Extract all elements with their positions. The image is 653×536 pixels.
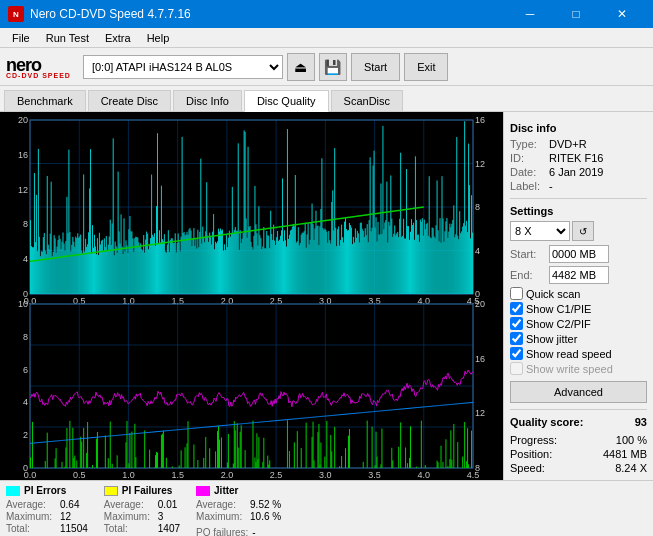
show-c2-checkbox[interactable] bbox=[510, 317, 523, 330]
stats-bar: PI Errors Average: 0.64 Maximum: 12 Tota… bbox=[0, 480, 653, 536]
minimize-button[interactable]: ─ bbox=[507, 0, 553, 28]
show-jitter-label: Show jitter bbox=[526, 333, 577, 345]
app-icon: N bbox=[8, 6, 24, 22]
speed-label: Speed: bbox=[510, 462, 545, 474]
pi-errors-legend: PI Errors bbox=[6, 485, 88, 496]
window-controls: ─ □ ✕ bbox=[507, 0, 645, 28]
label-label: Label: bbox=[510, 180, 545, 192]
quality-row: Quality score: 93 bbox=[510, 416, 647, 428]
show-read-row: Show read speed bbox=[510, 347, 647, 360]
advanced-button[interactable]: Advanced bbox=[510, 381, 647, 403]
start-button[interactable]: Start bbox=[351, 53, 400, 81]
jitter-avg: Average: 9.52 % bbox=[196, 499, 281, 510]
pi-errors-total-value: 11504 bbox=[60, 523, 88, 534]
exit-button[interactable]: Exit bbox=[404, 53, 448, 81]
position-label: Position: bbox=[510, 448, 552, 460]
pi-failures-avg: Average: 0.01 bbox=[104, 499, 180, 510]
progress-row: Progress: 100 % bbox=[510, 434, 647, 446]
pi-failures-total-label: Total: bbox=[104, 523, 154, 534]
disc-id-row: ID: RITEK F16 bbox=[510, 152, 647, 164]
show-c1-row: Show C1/PIE bbox=[510, 302, 647, 315]
progress-section: Progress: 100 % Position: 4481 MB Speed:… bbox=[510, 434, 647, 474]
chart-container bbox=[0, 112, 503, 480]
tab-disc-quality[interactable]: Disc Quality bbox=[244, 90, 329, 112]
settings-title: Settings bbox=[510, 205, 647, 217]
show-c2-label: Show C2/PIF bbox=[526, 318, 591, 330]
pi-errors-avg-value: 0.64 bbox=[60, 499, 79, 510]
nero-logo-sub: CD-DVD SPEED bbox=[6, 72, 71, 79]
show-c1-label: Show C1/PIE bbox=[526, 303, 591, 315]
date-label: Date: bbox=[510, 166, 545, 178]
start-input[interactable] bbox=[549, 245, 609, 263]
show-c2-row: Show C2/PIF bbox=[510, 317, 647, 330]
jitter-group: Jitter Average: 9.52 % Maximum: 10.6 % P… bbox=[196, 485, 281, 536]
id-label: ID: bbox=[510, 152, 545, 164]
window-title: Nero CD-DVD Speed 4.7.7.16 bbox=[30, 7, 507, 21]
quick-scan-row: Quick scan bbox=[510, 287, 647, 300]
save-icon-button[interactable]: 💾 bbox=[319, 53, 347, 81]
tab-disc-info[interactable]: Disc Info bbox=[173, 90, 242, 111]
type-label: Type: bbox=[510, 138, 545, 150]
po-failures-value: - bbox=[252, 527, 255, 536]
show-read-checkbox[interactable] bbox=[510, 347, 523, 360]
pi-failures-legend: PI Failures bbox=[104, 485, 180, 496]
pi-failures-max-label: Maximum: bbox=[104, 511, 154, 522]
nero-logo: nero CD-DVD SPEED bbox=[6, 55, 71, 79]
speed-row: 8 X ↺ bbox=[510, 221, 647, 241]
speed-value: 8.24 X bbox=[615, 462, 647, 474]
pi-failures-color bbox=[104, 486, 118, 496]
position-value: 4481 MB bbox=[603, 448, 647, 460]
show-read-label: Show read speed bbox=[526, 348, 612, 360]
menu-file[interactable]: File bbox=[4, 30, 38, 46]
show-write-checkbox[interactable] bbox=[510, 362, 523, 375]
label-value: - bbox=[549, 180, 553, 192]
end-range-row: End: bbox=[510, 266, 647, 284]
quick-scan-checkbox[interactable] bbox=[510, 287, 523, 300]
menu-help[interactable]: Help bbox=[139, 30, 178, 46]
pi-failures-total: Total: 1407 bbox=[104, 523, 180, 534]
pi-errors-max-value: 12 bbox=[60, 511, 71, 522]
show-c1-checkbox[interactable] bbox=[510, 302, 523, 315]
end-label: End: bbox=[510, 269, 545, 281]
pi-failures-group: PI Failures Average: 0.01 Maximum: 3 Tot… bbox=[104, 485, 180, 536]
eject-icon-button[interactable]: ⏏ bbox=[287, 53, 315, 81]
maximize-button[interactable]: □ bbox=[553, 0, 599, 28]
pi-errors-avg-label: Average: bbox=[6, 499, 56, 510]
speed-select[interactable]: 8 X bbox=[510, 221, 570, 241]
close-button[interactable]: ✕ bbox=[599, 0, 645, 28]
progress-value: 100 % bbox=[616, 434, 647, 446]
main-content: Disc info Type: DVD+R ID: RITEK F16 Date… bbox=[0, 112, 653, 480]
quality-score-value: 93 bbox=[635, 416, 647, 428]
pi-failures-max-value: 3 bbox=[158, 511, 164, 522]
speed-row-display: Speed: 8.24 X bbox=[510, 462, 647, 474]
tab-scan-disc[interactable]: ScanDisc bbox=[331, 90, 403, 111]
menu-extra[interactable]: Extra bbox=[97, 30, 139, 46]
pi-errors-total: Total: 11504 bbox=[6, 523, 88, 534]
menu-bar: File Run Test Extra Help bbox=[0, 28, 653, 48]
show-jitter-checkbox[interactable] bbox=[510, 332, 523, 345]
pi-errors-avg: Average: 0.64 bbox=[6, 499, 88, 510]
type-value: DVD+R bbox=[549, 138, 587, 150]
jitter-legend: Jitter bbox=[196, 485, 281, 496]
quick-scan-label: Quick scan bbox=[526, 288, 580, 300]
jitter-max-value: 10.6 % bbox=[250, 511, 281, 522]
jitter-color bbox=[196, 486, 210, 496]
show-jitter-row: Show jitter bbox=[510, 332, 647, 345]
jitter-label: Jitter bbox=[214, 485, 238, 496]
disc-date-row: Date: 6 Jan 2019 bbox=[510, 166, 647, 178]
menu-run-test[interactable]: Run Test bbox=[38, 30, 97, 46]
refresh-icon-button[interactable]: ↺ bbox=[572, 221, 594, 241]
tab-benchmark[interactable]: Benchmark bbox=[4, 90, 86, 111]
tab-create-disc[interactable]: Create Disc bbox=[88, 90, 171, 111]
quality-score-label: Quality score: bbox=[510, 416, 583, 428]
pi-errors-max: Maximum: 12 bbox=[6, 511, 88, 522]
toolbar: nero CD-DVD SPEED [0:0] ATAPI iHAS124 B … bbox=[0, 48, 653, 86]
drive-select[interactable]: [0:0] ATAPI iHAS124 B AL0S bbox=[83, 55, 283, 79]
disc-info-title: Disc info bbox=[510, 122, 647, 134]
pi-failures-label: PI Failures bbox=[122, 485, 173, 496]
id-value: RITEK F16 bbox=[549, 152, 603, 164]
pi-errors-max-label: Maximum: bbox=[6, 511, 56, 522]
jitter-max-label: Maximum: bbox=[196, 511, 246, 522]
end-input[interactable] bbox=[549, 266, 609, 284]
pi-errors-label: PI Errors bbox=[24, 485, 66, 496]
